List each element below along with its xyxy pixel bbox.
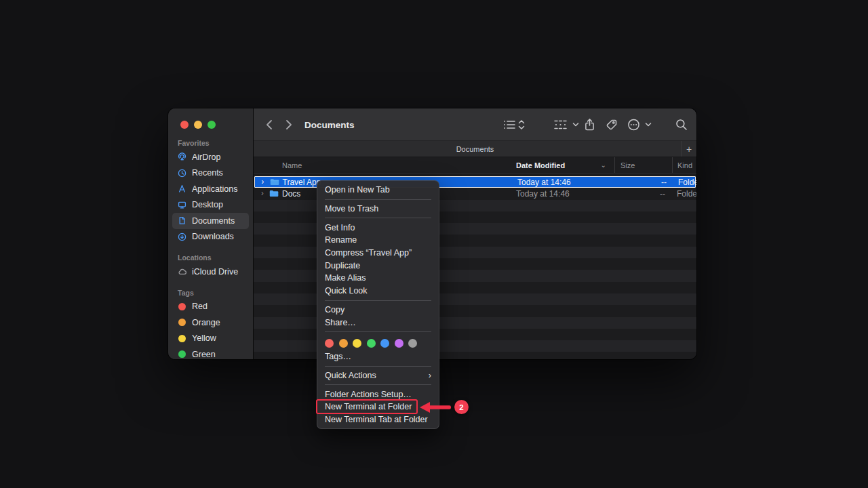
menu-separator [325,199,431,200]
close-window-button[interactable] [180,121,189,129]
sidebar-item-red[interactable]: Red [172,299,249,315]
menu-item-compress-travel-app[interactable]: Compress “Travel App” [317,247,439,260]
sidebar-item-label: Downloads [192,232,234,241]
menu-item-new-terminal-tab-at-folder[interactable]: New Terminal Tab at Folder [317,413,439,426]
menu-item-label: Get Info [325,223,355,232]
menu-item-label: Quick Look [325,286,368,296]
sidebar-item-green[interactable]: Green [172,346,249,359]
view-list-icon[interactable] [503,119,515,130]
more-actions-icon[interactable] [627,118,640,131]
menu-separator [325,300,431,301]
tab-bar: Documents + [254,140,696,157]
sidebar-item-label: Recents [192,168,223,178]
recents-icon [177,169,187,178]
menu-item-tags[interactable]: Tags… [317,350,439,363]
sidebar-item-yellow[interactable]: Yellow [172,331,249,347]
sidebar-item-desktop[interactable]: Desktop [172,197,249,214]
sidebar-item-applications[interactable]: Applications [172,181,249,197]
folder-icon [270,178,279,186]
finder-toolbar: Documents [254,108,696,140]
disclosure-chevron-icon[interactable]: › [261,190,269,198]
menu-item-quick-actions[interactable]: Quick Actions› [317,369,439,382]
zoom-window-button[interactable] [208,121,216,129]
sidebar-section-tags: TagsRedOrangeYellowGreen [172,288,249,360]
new-tab-button[interactable]: + [681,141,696,157]
sidebar-section-label: Locations [178,253,243,262]
file-date-modified: Today at 14:46 [517,178,616,187]
menu-item-make-alias[interactable]: Make Alias [317,272,439,285]
file-size: -- [614,189,672,199]
column-header-size[interactable]: Size [614,157,672,173]
desktop-background: FavoritesAirDropRecentsApplicationsDeskt… [0,0,868,488]
sort-chevron-icon: ⌄ [601,161,606,169]
file-date-modified: Today at 14:46 [516,189,614,199]
sidebar-item-orange[interactable]: Orange [172,314,249,331]
tagdot-icon [177,350,187,358]
tag-color-dot[interactable] [380,339,389,348]
menu-item-label: Rename [325,235,357,245]
menu-item-label: Make Alias [325,273,366,283]
menu-item-open-in-new-tab[interactable]: Open in New Tab [317,184,439,197]
forward-button[interactable] [285,119,293,130]
sidebar-item-label: Orange [192,318,220,327]
menu-item-get-info[interactable]: Get Info [317,221,439,234]
search-icon[interactable] [675,119,688,131]
tag-color-dot[interactable] [339,339,348,348]
tag-color-dot[interactable] [325,339,334,348]
menu-item-duplicate[interactable]: Duplicate [317,259,439,272]
sidebar-item-label: Desktop [192,200,223,209]
column-header-date-modified[interactable]: Date Modified ⌄ [516,161,614,169]
tag-color-dot[interactable] [367,339,376,348]
menu-separator [325,331,431,332]
menu-item-label: Duplicate [325,261,360,270]
menu-item-label: Open in New Tab [325,185,390,195]
menu-item-label: New Terminal at Folder [325,402,412,411]
menu-item-move-to-trash[interactable]: Move to Trash [317,203,439,216]
sidebar-item-airdrop[interactable]: AirDrop [172,149,249,165]
tagdot-icon [177,303,187,310]
menu-item-copy[interactable]: Copy [317,304,439,317]
group-icon[interactable] [553,119,568,130]
sidebar-item-downloads[interactable]: Downloads [172,229,249,245]
sidebar-item-icloud-drive[interactable]: iCloud Drive [172,264,249,280]
sidebar-section-label: Favorites [178,138,243,148]
sidebar-section-locations: LocationsiCloud Drive [172,253,249,280]
menu-item-label: Folder Actions Setup… [325,390,412,399]
tag-color-dot[interactable] [353,339,361,348]
share-icon[interactable] [584,118,595,131]
tag-color-dot[interactable] [395,339,403,348]
annotation-arrow-icon [419,400,452,415]
tag-color-dot[interactable] [408,339,417,348]
group-chevron-down-icon[interactable] [572,122,579,127]
menu-item-folder-actions-setup[interactable]: Folder Actions Setup… [317,388,439,401]
file-name: Travel App [283,178,321,187]
menu-item-share[interactable]: Share… [317,316,439,329]
minimize-window-button[interactable] [194,121,202,129]
sidebar-item-label: iCloud Drive [192,267,238,277]
more-chevron-down-icon[interactable] [645,122,652,127]
menu-item-label: New Terminal Tab at Folder [325,415,428,424]
menu-item-quick-look[interactable]: Quick Look [317,285,439,298]
column-header-name[interactable]: Name [254,161,516,169]
view-mode-chevrons-icon[interactable] [518,119,525,129]
sidebar-sections: FavoritesAirDropRecentsApplicationsDeskt… [168,108,253,359]
tab-documents[interactable]: Documents [456,145,494,153]
menu-item-rename[interactable]: Rename [317,234,439,247]
sidebar-section-favorites: FavoritesAirDropRecentsApplicationsDeskt… [172,138,249,245]
cloud-icon [177,268,187,275]
sidebar-item-documents[interactable]: Documents [172,213,249,229]
downloads-icon [177,232,187,241]
sidebar-item-recents[interactable]: Recents [172,165,249,182]
disclosure-chevron-icon[interactable]: › [262,178,270,186]
back-button[interactable] [265,119,273,130]
sidebar-item-label: AirDrop [192,152,220,162]
sidebar-item-label: Green [192,350,216,359]
sidebar-section-label: Tags [178,288,243,298]
context-menu: Open in New TabMove to TrashGet InfoRena… [317,180,439,429]
desktop-icon [177,201,187,209]
submenu-chevron-icon: › [429,370,431,380]
tagdot-icon [177,319,187,326]
finder-sidebar: FavoritesAirDropRecentsApplicationsDeskt… [168,108,254,359]
tag-icon[interactable] [606,119,618,131]
column-header-kind[interactable]: Kind [672,157,696,173]
